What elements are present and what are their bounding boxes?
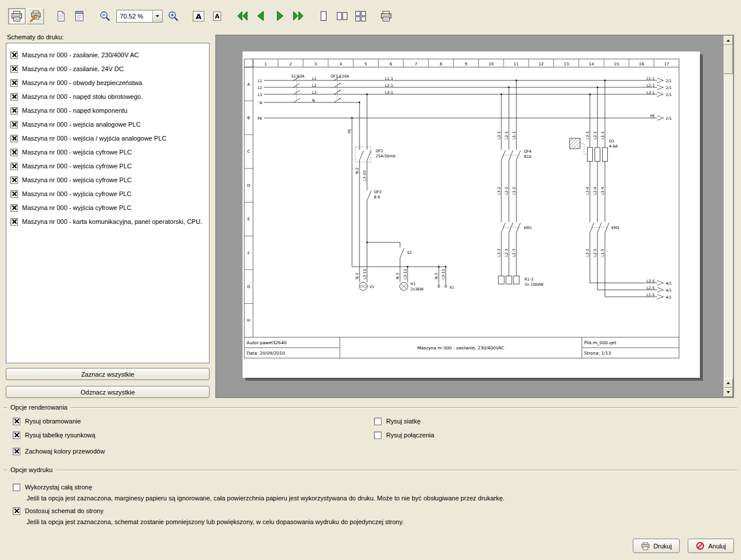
svg-text:25A/30mA: 25A/30mA [376, 154, 396, 159]
list-item[interactable]: Maszyna nr 000 - wejścia / wyjścia analo… [6, 131, 209, 145]
zoom-in-button[interactable] [164, 8, 182, 24]
print-button[interactable] [377, 8, 395, 24]
deselect-all-button[interactable]: Odznacz wszystkie [6, 386, 210, 398]
option-checkbox[interactable] [374, 432, 381, 439]
svg-text:2/1: 2/1 [666, 86, 672, 90]
item-checkbox[interactable] [10, 121, 18, 128]
scroll-thumb[interactable] [724, 45, 733, 74]
last-page-icon [291, 9, 305, 23]
list-item[interactable]: Maszyna nr 000 - karta komunikacyjna, pa… [6, 215, 209, 229]
item-checkbox[interactable] [10, 65, 18, 73]
item-checkbox[interactable] [10, 51, 18, 59]
four-page-view-icon [354, 10, 367, 23]
select-all-button[interactable]: Zaznacz wszystkie [6, 368, 210, 380]
item-checkbox[interactable] [10, 204, 18, 212]
zoom-value[interactable]: 70.52 % [117, 13, 152, 20]
preview-area[interactable]: 1234567891011121314151617ABCDEFGHL1L2L3N… [215, 35, 734, 398]
list-item[interactable]: Maszyna nr 000 - napęd stołu obrotowego. [6, 90, 209, 104]
svg-text:B10: B10 [524, 154, 531, 159]
svg-text:PE: PE [650, 114, 655, 119]
two-page-view-button[interactable] [333, 8, 351, 24]
cancel-button[interactable]: Anuluj [688, 539, 734, 553]
option-row[interactable]: Rysuj połączenia [374, 429, 434, 441]
svg-text:L2-5: L2-5 [647, 286, 655, 290]
svg-text:X1: X1 [449, 285, 454, 290]
svg-text:3x 1000W: 3x 1000W [524, 282, 544, 287]
option-checkbox[interactable] [13, 432, 20, 439]
option-row[interactable]: Rysuj obramowanie [13, 415, 105, 427]
svg-text:L3-3: L3-3 [497, 249, 501, 257]
item-checkbox[interactable] [10, 93, 18, 101]
fit-page-button[interactable]: A [190, 8, 207, 24]
option-row[interactable]: Dostosuj schemat do strony [13, 505, 738, 517]
option-checkbox[interactable] [374, 418, 381, 425]
list-item[interactable]: Maszyna nr 000 - zasilanie, 24V DC [6, 62, 209, 76]
svg-text:L2: L2 [258, 86, 262, 90]
option-row[interactable]: Zachowaj kolory przewodów [13, 445, 105, 457]
four-page-view-button[interactable] [352, 8, 369, 24]
vertical-scrollbar[interactable] [724, 36, 733, 397]
zoom-out-button[interactable] [96, 8, 113, 24]
previous-page-button[interactable] [252, 8, 270, 24]
print-setup-button[interactable] [27, 8, 44, 24]
item-checkbox[interactable] [10, 218, 18, 226]
svg-text:L2-1: L2-1 [385, 83, 393, 88]
option-row[interactable]: Rysuj siatkę [374, 415, 434, 427]
page-setup-button[interactable] [52, 8, 69, 24]
svg-text:L3-1: L3-1 [385, 90, 393, 95]
option-checkbox[interactable] [13, 418, 20, 425]
svg-text:2: 2 [289, 62, 292, 67]
scroll-down-button[interactable] [724, 388, 733, 397]
svg-text:L3-1: L3-1 [585, 131, 590, 139]
list-item[interactable]: Maszyna nr 000 - obwody bezpieczeństwa. [6, 76, 209, 90]
item-checkbox[interactable] [10, 79, 18, 87]
list-item[interactable]: Maszyna nr 000 - wyjścia cyfrowe PLC [6, 187, 209, 201]
option-checkbox[interactable] [13, 484, 20, 491]
option-row[interactable]: Wykorzystaj całą stronę [13, 481, 738, 493]
list-item[interactable]: Maszyna nr 000 - wejścia cyfrowe PLC [6, 173, 209, 187]
schematics-list[interactable]: Maszyna nr 000 - zasilanie, 230/400V ACM… [6, 43, 210, 363]
item-checkbox[interactable] [10, 107, 18, 115]
list-item[interactable]: Maszyna nr 000 - zasilanie, 230/400V AC [6, 48, 209, 62]
list-item[interactable]: Maszyna nr 000 - wejścia cyfrowe PLC [6, 159, 209, 173]
next-page-button[interactable] [271, 8, 288, 24]
svg-text:L2-2: L2-2 [504, 187, 509, 195]
svg-text:A: A [247, 82, 250, 87]
list-item[interactable]: Maszyna nr 000 - napęd komponentu [6, 104, 209, 117]
item-checkbox[interactable] [10, 176, 18, 184]
list-item[interactable]: Maszyna nr 000 - wyjścia cyfrowe PLC [6, 201, 209, 215]
option-checkbox[interactable] [13, 507, 20, 515]
svg-text:L3-1: L3-1 [497, 131, 501, 139]
actual-size-button[interactable]: A [208, 8, 226, 24]
zoom-out-icon [98, 10, 111, 23]
item-checkbox[interactable] [10, 163, 18, 170]
item-checkbox[interactable] [10, 149, 18, 156]
scroll-up-button-bottom[interactable] [724, 378, 733, 388]
item-checkbox[interactable] [10, 135, 18, 142]
zoom-dropdown-button[interactable] [152, 10, 162, 22]
first-page-button[interactable] [234, 8, 251, 24]
scroll-up-button[interactable] [724, 36, 733, 45]
svg-text:Autor:pawel32640: Autor:pawel32640 [247, 340, 287, 345]
zoom-combo[interactable]: 70.52 % [116, 10, 163, 23]
option-checkbox[interactable] [13, 448, 20, 455]
print-dialog-button[interactable]: Drukuj [633, 539, 680, 553]
svg-text:N: N [312, 98, 315, 103]
svg-text:B: B [247, 116, 250, 120]
item-label: Maszyna nr 000 - obwody bezpieczeństwa. [22, 79, 144, 86]
print-preview-button[interactable] [8, 8, 25, 24]
page-properties-button[interactable] [71, 8, 88, 24]
last-page-button[interactable] [289, 8, 307, 24]
item-checkbox[interactable] [10, 190, 18, 198]
list-item[interactable]: Maszyna nr 000 - wejścia cyfrowe PLC [6, 145, 209, 159]
svg-text:17: 17 [664, 62, 669, 67]
one-page-view-button[interactable] [315, 8, 332, 24]
list-item[interactable]: Maszyna nr 000 - wejścia analogowe PLC [6, 117, 209, 131]
svg-text:4-6A: 4-6A [609, 144, 618, 149]
option-row[interactable]: Rysuj tabelkę rysunkową [13, 429, 105, 441]
option-label: Rysuj obramowanie [25, 418, 81, 425]
group-title: Opcje renderowania [10, 404, 67, 411]
svg-text:12: 12 [538, 62, 544, 67]
svg-text:10: 10 [489, 62, 494, 67]
svg-text:QF3: QF3 [374, 190, 381, 194]
